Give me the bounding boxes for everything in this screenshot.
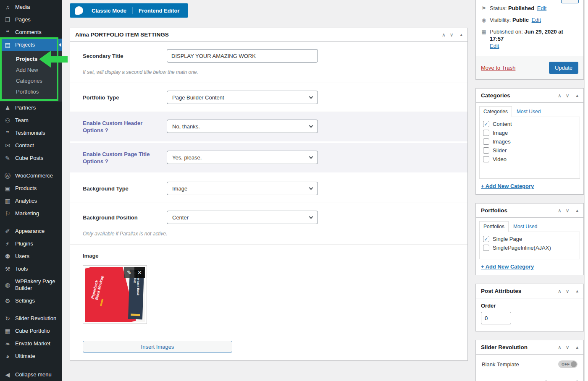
visibility-label: Visibility: xyxy=(490,17,511,23)
edit-image-button[interactable]: ✎ xyxy=(124,267,134,278)
category-checkbox-item[interactable]: ✓ Image xyxy=(483,128,576,137)
category-checkbox-item[interactable]: ✓ Content xyxy=(483,120,576,128)
sidebar-item[interactable]: ⚙ Settings xyxy=(0,295,62,307)
edit-published-link[interactable]: Edit xyxy=(490,43,499,49)
move-down-icon[interactable]: ∨ xyxy=(450,32,454,37)
checkbox[interactable]: ✓ xyxy=(483,121,489,127)
collapse-panel-icon[interactable]: ▴ xyxy=(576,93,578,98)
sidebar-item[interactable]: ▦ Cube Portfolio xyxy=(0,325,62,337)
sidebar-item[interactable]: ♫ Media xyxy=(0,1,62,13)
custom-header-select[interactable]: No, thanks. xyxy=(167,120,318,133)
insert-images-button[interactable]: Insert Images xyxy=(83,341,232,352)
sidebar-item[interactable]: ❞ Testimonials xyxy=(0,127,62,139)
edit-visibility-link[interactable]: Edit xyxy=(532,17,541,23)
image-thumbnail[interactable]: Paperback Book Mockup Paperback Book Moc… xyxy=(83,265,147,324)
category-checkbox-item[interactable]: ✓ Images xyxy=(483,137,576,146)
tab[interactable]: Most Used xyxy=(513,107,544,117)
checkbox[interactable]: ✓ xyxy=(483,156,489,162)
sidebar-item[interactable]: ⚒ Tools xyxy=(0,263,62,275)
checkbox[interactable]: ✓ xyxy=(483,245,489,251)
sidebar-item[interactable]: ⚡ Plugins xyxy=(0,237,62,250)
sidebar-item[interactable]: ✐ Appearance xyxy=(0,225,62,237)
category-label: Images xyxy=(493,138,511,145)
sidebar-item[interactable]: ❝ Comments xyxy=(0,26,62,39)
add-new-category-link[interactable]: + Add New Category xyxy=(481,264,534,270)
sidebar-item[interactable]: Ⓦ WooCommerce xyxy=(0,170,62,182)
sidebar-item[interactable]: ❐ Pages xyxy=(0,13,62,26)
move-down-icon[interactable]: ∨ xyxy=(566,93,570,98)
portfolio-type-select[interactable]: Page Builder Content xyxy=(167,91,318,104)
collapse-panel-icon[interactable]: ▴ xyxy=(460,32,462,37)
add-new-category-link[interactable]: + Add New Category xyxy=(481,183,534,189)
tab[interactable]: Portfolios xyxy=(479,221,509,232)
publish-actions: Move to Trash Update xyxy=(476,56,583,79)
checkbox[interactable]: ✓ xyxy=(483,147,489,154)
checkbox[interactable]: ✓ xyxy=(483,236,489,242)
wp-admin-sidebar: ♫ Media ❐ Pages ❝ Comments ▤ Projects xyxy=(0,0,62,381)
move-down-icon[interactable]: ∨ xyxy=(566,345,570,350)
submenu-item[interactable]: Projects xyxy=(0,54,62,65)
background-type-select[interactable]: Image xyxy=(167,182,318,195)
order-label: Order xyxy=(481,303,578,309)
move-up-icon[interactable]: ∧ xyxy=(558,93,562,98)
category-checkbox-item[interactable]: ✓ Slider xyxy=(483,146,576,155)
move-down-icon[interactable]: ∨ xyxy=(566,289,570,294)
background-position-select[interactable]: Center xyxy=(167,211,318,224)
preview-button-partial[interactable] xyxy=(561,0,579,3)
wpbakery-mode-bar: Classic Mode Frontend Editor xyxy=(70,3,188,18)
submenu-item[interactable]: Categories xyxy=(0,76,62,86)
collapse-panel-icon[interactable]: ▴ xyxy=(576,345,578,350)
collapse-menu-button[interactable]: ◀ Collapse menu xyxy=(0,368,62,381)
submenu-item[interactable]: Portfolios xyxy=(0,86,62,97)
tab[interactable]: Most Used xyxy=(509,222,541,232)
move-up-icon[interactable]: ∧ xyxy=(558,208,562,213)
secondary-title-input[interactable] xyxy=(167,49,318,63)
menu-icon: ❐ xyxy=(4,16,11,23)
move-down-icon[interactable]: ∨ xyxy=(566,208,570,213)
sidebar-item[interactable]: ⚉ Users xyxy=(0,250,62,263)
sidebar-item[interactable]: ▥ Analytics xyxy=(0,195,62,207)
move-up-icon[interactable]: ∧ xyxy=(558,345,562,350)
tab[interactable]: Categories xyxy=(479,106,512,117)
sidebar-item[interactable]: ✎ Cube Posts xyxy=(0,152,62,164)
custom-page-title-select[interactable]: Yes, please. xyxy=(167,151,318,164)
order-input[interactable] xyxy=(481,312,511,324)
sidebar-item[interactable]: ◍ WPBakery Page Builder xyxy=(0,275,62,295)
portfolio-checkbox-item[interactable]: ✓ SinglePageInline(AJAX) xyxy=(483,243,576,252)
sidebar-item[interactable]: ▣ Products xyxy=(0,182,62,195)
submenu-item[interactable]: Add New xyxy=(0,65,62,76)
move-up-icon[interactable]: ∧ xyxy=(442,32,446,37)
sidebar-item[interactable]: ⚇ Team xyxy=(0,114,62,127)
sidebar-item[interactable]: ❧ Envato Market xyxy=(0,337,62,350)
scrollbar[interactable] xyxy=(584,0,588,381)
toggle-state-label: OFF xyxy=(562,362,570,366)
sidebar-item[interactable]: ↻ Slider Revolution xyxy=(0,312,62,325)
remove-image-button[interactable]: ✕ xyxy=(134,267,145,278)
menu-icon: ↻ xyxy=(4,315,11,322)
blank-template-toggle[interactable]: OFF xyxy=(558,360,578,368)
category-checkbox-item[interactable]: ✓ Video xyxy=(483,155,576,164)
update-button[interactable]: Update xyxy=(549,62,578,74)
portfolio-checkbox-item[interactable]: ✓ Single Page xyxy=(483,235,576,243)
menu-icon: ❝ xyxy=(4,29,11,36)
menu-icon: ⚡ xyxy=(4,240,11,247)
checkbox[interactable]: ✓ xyxy=(483,138,489,145)
classic-mode-button[interactable]: Classic Mode xyxy=(86,3,132,18)
sidebar-item[interactable]: ✉ Contact xyxy=(0,139,62,152)
projects-icon: ▤ xyxy=(4,42,11,48)
panel-header: Alma PORTFOLIO ITEM SETTINGS ∧ ∨ ▴ xyxy=(70,28,467,42)
menu-label: Appearance xyxy=(15,228,60,235)
visibility-text: Visibility: Public Edit xyxy=(490,16,541,23)
collapse-panel-icon[interactable]: ▴ xyxy=(576,289,578,293)
sidebar-item[interactable]: ♟ Partners xyxy=(0,102,62,114)
panel-header-icons: ∧ ∨ ▴ xyxy=(442,32,462,37)
sidebar-item[interactable]: ◕ Ultimate xyxy=(0,350,62,363)
frontend-editor-button[interactable]: Frontend Editor xyxy=(133,3,186,18)
edit-status-link[interactable]: Edit xyxy=(537,5,546,11)
sidebar-item[interactable]: ⚐ Marketing xyxy=(0,207,62,220)
collapse-panel-icon[interactable]: ▴ xyxy=(576,208,578,213)
sidebar-item-projects[interactable]: ▤ Projects xyxy=(0,39,62,51)
move-up-icon[interactable]: ∧ xyxy=(558,289,562,294)
checkbox[interactable]: ✓ xyxy=(483,130,489,136)
move-to-trash-link[interactable]: Move to Trash xyxy=(481,65,515,71)
